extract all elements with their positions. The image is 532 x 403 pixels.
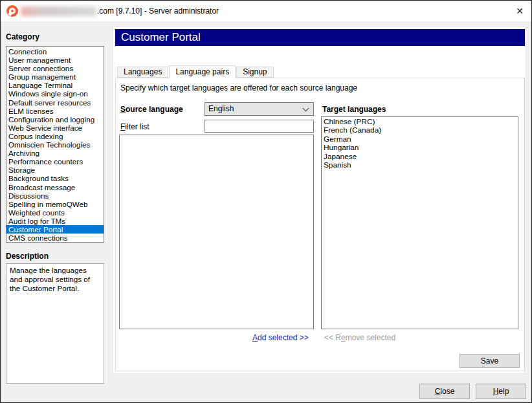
category-list-item[interactable]: Customer Portal [6,225,104,234]
target-languages-label: Target languages [322,105,386,114]
category-list-item[interactable]: Web Service interface [6,124,104,132]
help-button[interactable]: Help [476,384,526,399]
filter-input[interactable] [205,120,314,133]
close-icon[interactable]: ✕ [514,5,526,17]
page-title: Customer Portal [121,31,201,43]
description-text: Manage the languages and approval settin… [10,266,90,292]
category-list-item[interactable]: Configuration and logging [6,115,104,124]
category-list-item[interactable]: Default server resources [6,98,104,107]
language-item[interactable]: Spanish [322,161,518,169]
tab-strip: LanguagesLanguage pairsSignup [117,65,274,78]
category-list-item[interactable]: Connection [6,47,104,56]
title-bar: .com [9.7.10] - Server administrator ✕ [1,1,531,21]
language-item[interactable]: Chinese (PRC) [322,118,518,126]
source-language-value: English [208,103,234,115]
save-button[interactable]: Save [460,354,520,368]
target-languages-list[interactable]: Chinese (PRC)French (Canada)GermanHungar… [321,116,518,329]
category-list-item[interactable]: CMS connections [6,234,104,242]
category-list-item[interactable]: Performance counters [6,157,104,166]
tab[interactable]: Language pairs [169,65,236,78]
category-list-item[interactable]: Archiving [6,149,104,157]
add-selected-link[interactable]: Add selected >> [252,333,309,342]
tab[interactable]: Languages [117,67,168,78]
close-button[interactable]: Close [419,384,470,399]
description-heading: Description [6,252,49,261]
category-list-item[interactable]: Broadcast message [6,183,104,191]
language-item[interactable]: Hungarian [322,144,518,152]
category-heading: Category [6,32,39,41]
window-title: .com [9.7.10] - Server administrator [97,6,219,16]
category-list-item[interactable]: Language Terminal [6,81,104,89]
language-item[interactable]: French (Canada) [322,126,518,135]
filter-list-label: Filter list [120,122,150,131]
instruction-text: Specify which target languages are offer… [120,83,357,93]
language-item[interactable]: Japanese [322,153,518,161]
description-box: Manage the languages and approval settin… [6,263,104,384]
source-language-select[interactable]: English [205,102,314,116]
language-item[interactable]: German [322,135,518,144]
category-list-item[interactable]: Server connections [6,64,104,72]
category-list-item[interactable]: ELM licenses [6,107,104,115]
available-languages-list[interactable] [119,135,314,329]
server-administrator-window: .com [9.7.10] - Server administrator ✕ C… [0,0,532,403]
category-list[interactable]: ConnectionUser managementServer connecti… [6,46,104,243]
chevron-down-icon [303,105,309,112]
category-list-item[interactable]: Spelling in memoQWeb [6,200,104,208]
category-list-item[interactable]: Windows single sign-on [6,89,104,98]
memoq-logo-icon [6,5,18,17]
source-language-label: Source language [120,105,183,114]
category-list-item[interactable]: User management [6,56,104,64]
category-list-item[interactable]: Corpus indexing [6,132,104,140]
category-list-item[interactable]: Discussions [6,191,104,200]
category-list-item[interactable]: Group management [6,72,104,81]
tab[interactable]: Signup [236,67,273,78]
remove-selected-link[interactable]: << Remove selected [324,333,395,342]
category-list-item[interactable]: Storage [6,166,104,174]
category-list-item[interactable]: Audit log for TMs [6,217,104,225]
category-list-item[interactable]: Omniscien Technologies [6,140,104,149]
page-title-banner: Customer Portal [115,29,525,46]
redacted-server-name [21,6,96,16]
category-list-item[interactable]: Background tasks [6,174,104,182]
category-list-item[interactable]: Weighted counts [6,208,104,217]
